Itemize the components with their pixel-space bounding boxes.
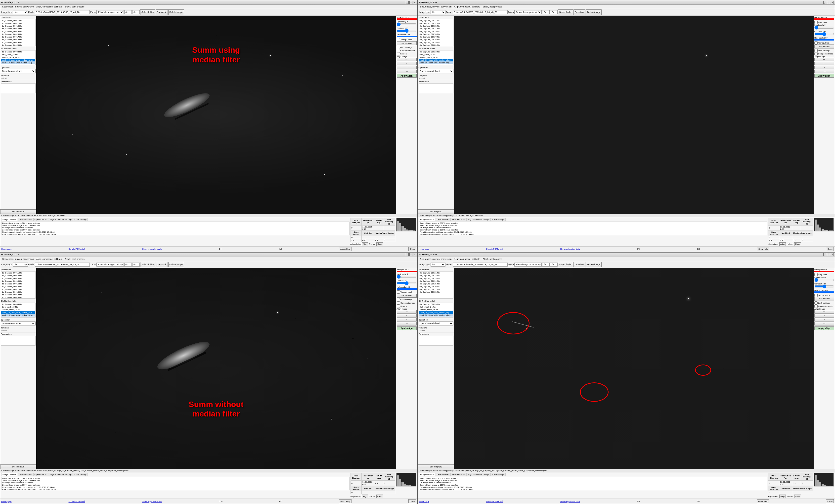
stats-tab-image-bl[interactable]: Image statistics [1,473,17,476]
lock-settings-tl[interactable]: Lock settings [397,46,416,49]
align-btn-prev-tl[interactable]: < [397,62,416,65]
stats-tab-color-tr[interactable]: Color settings [491,218,506,221]
menu-stack-bl[interactable]: Stack, post process [64,258,85,261]
zoom-select-tr[interactable]: Fit whole image in window [514,10,542,14]
file-item[interactable]: db_Capture_00018.fits [419,291,453,294]
background-slider-tr[interactable] [814,18,834,20]
screen-tl[interactable]: Screen [397,52,416,56]
eli-item-selected[interactable]: stack_10_clear_with_median_align_db_Capt… [419,59,453,61]
composite-mode-bl[interactable]: Composite mode [397,301,416,305]
contrast-slider-tl[interactable] [397,29,416,32]
align-btn-bl[interactable]: Align [362,495,368,498]
donate-link-tr[interactable]: Donate PGMania® [486,248,503,250]
eli-list-bl[interactable]: db_Capture_00033.fits dark_stack_24.fits… [1,303,36,318]
image-type-select-tr[interactable]: fits [431,10,446,14]
image-type-select-bl[interactable]: fits [13,263,28,266]
align-btn-p-tr[interactable]: < [814,62,834,65]
halo-slider-bl[interactable] [397,288,416,290]
stats-tab-align-bl[interactable]: Align & calibrate settings [49,473,73,476]
eli-item-selected[interactable]: stack_10_clear_with_median_align_db_Capt… [1,311,35,314]
lock-settings-tr[interactable]: Lock settings [814,49,834,52]
na-input2-tr[interactable] [550,10,557,14]
lock-settings-checkbox-tl[interactable] [397,46,400,49]
stats-tab-ops-tr[interactable]: Operations list [451,218,466,221]
operation-select-tl[interactable]: Operation undefined [1,69,36,73]
composite-mode-checkbox-tr[interactable] [814,52,818,56]
params-textarea-br[interactable] [419,336,453,346]
file-item[interactable]: db_Capture_00013.fits [1,277,35,280]
close-btn-tl[interactable]: × [413,1,416,4]
image-panel-tr[interactable] [454,16,814,214]
delete-image-btn-bl[interactable]: Delete image [168,262,184,267]
lock-settings-bl[interactable]: Lock settings [397,298,416,301]
luminosity-slider-tr[interactable] [814,26,834,29]
crosshair-btn-tr[interactable]: Crosshair [573,9,586,15]
transp-black-checkbox-bl[interactable] [397,290,400,294]
eli-item-selected[interactable]: stack_10_clear_with_median_align_db_Capt… [419,311,453,314]
close-btn-br[interactable]: × [831,253,834,256]
params-textarea-bl[interactable] [1,336,36,346]
stats-tab-detected-tr[interactable]: Detected stars [435,218,451,221]
file-item[interactable]: db_Capture_00019.fits [1,294,35,296]
file-item[interactable]: db_Capture_00014.fits [1,27,35,30]
operation-select-bl[interactable]: Operation undefined [1,322,36,325]
close-btn-bottom-tr[interactable]: Close [826,247,834,251]
file-item[interactable]: db_Capture_00011.fits [1,271,35,274]
file-item[interactable]: db_Capture_00016.fits [1,285,35,288]
file-list-tr[interactable]: db_Capture_00011.fits db_Capture_00012.f… [419,19,453,46]
clear-btn-tr[interactable]: Clear [794,242,801,246]
file-item[interactable]: db_Capture_00012.fits [1,274,35,277]
na-input2-tl[interactable] [132,10,140,14]
file-item[interactable]: db_Capture_00011.fits [1,19,35,22]
home-page-link-tl[interactable]: Home page [1,248,12,250]
file-item[interactable]: db_Capture_00017.fits [1,288,35,291]
folder-path-bl[interactable] [35,263,90,266]
home-page-link-bl[interactable]: Home page [1,500,12,503]
crosshair-btn-tl[interactable]: Crosshair [156,9,168,15]
stats-tab-detected[interactable]: Detected stars [18,218,33,221]
minimize-btn-br[interactable]: _ [823,253,826,256]
params-textarea-tl[interactable] [1,83,36,93]
na-input2-bl[interactable] [132,263,140,266]
image-panel-tl[interactable]: Summ usingmedian filter [36,16,396,214]
stats-log-tr[interactable]: Zoom: Show image at 300% scale selected … [419,222,767,235]
eli-item-highlighted[interactable]: stack_10_clear_with_median_align_db_Capt… [419,314,453,317]
stats-tab-image-br[interactable]: Image statistics [419,473,435,476]
stats-tab-detected-bl[interactable]: Detected stars [18,473,33,476]
crop-to-fit-tr[interactable]: Crop to fit [814,21,834,24]
select-folder-btn-tl[interactable]: Select folder [140,9,155,15]
file-item[interactable]: db_Capture_00019.fits [1,41,35,44]
about-help-btn-tl[interactable]: About Help [339,247,351,251]
menu-sequences-tr[interactable]: Sequences, movies, conversion [419,5,453,8]
set-template-btn-br[interactable]: Set template [418,464,454,469]
stats-tab-align[interactable]: Align & calibrate settings [49,218,73,221]
home-page-link-tr[interactable]: Home page [419,248,429,250]
show-reg-link-bl[interactable]: Show registration data [142,500,162,503]
eli-item[interactable]: dark_stack_24.fits [1,53,35,56]
composite-mode-checkbox-bl[interactable] [397,301,400,305]
file-item[interactable]: db_Capture_00012.fits [419,274,453,277]
image-panel-bl[interactable]: Summ withoutmedian filter [36,268,396,469]
set-template-btn-tl[interactable]: Set template [0,209,36,214]
about-help-btn-bl[interactable]: About Help [339,499,351,503]
na-input1-tr[interactable] [542,10,550,14]
eli-item[interactable]: Median_stack_24.fits [419,56,453,59]
align-btn-pp-br[interactable]: << [814,310,834,314]
file-item[interactable]: db_Capture_00013.fits [419,25,453,27]
transp-black-checkbox-tr[interactable] [814,41,818,44]
file-item[interactable]: db_Capture_00015.fits [419,30,453,33]
set-template-btn-bl[interactable]: Set template [0,464,36,469]
file-list-bl[interactable]: db_Capture_00011.fits db_Capture_00012.f… [1,271,36,299]
eli-list-tr[interactable]: db_Capture_00033.fits dark_stack_24.fits… [419,50,453,65]
screen-checkbox-tl[interactable] [397,52,400,56]
file-item[interactable]: db_Capture_00020.fits [1,44,35,46]
image-type-select-br[interactable]: fits [431,263,446,266]
align-btn-n-br[interactable]: > [814,318,834,322]
align-btn-pp-tr[interactable]: << [814,58,834,61]
stats-tab-color[interactable]: Color settings [73,218,88,221]
file-item[interactable]: db_Capture_00018.fits [419,38,453,41]
align-btn-pp-bl[interactable]: << [397,310,416,314]
luminosity-slider-tl[interactable] [397,23,416,26]
file-item[interactable]: db_Capture_00020.fits [419,44,453,46]
menu-align-br[interactable]: Align, composite, calibrate [453,258,481,261]
